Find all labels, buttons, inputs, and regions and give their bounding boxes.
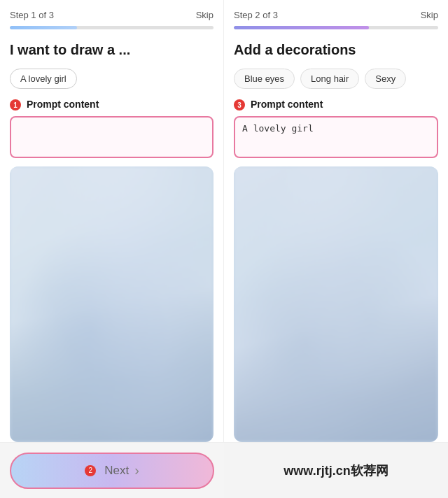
right-prompt-number: 3 bbox=[234, 99, 245, 111]
chip-long-hair[interactable]: Long hair bbox=[300, 69, 359, 89]
right-skip-button[interactable]: Skip bbox=[421, 10, 438, 20]
left-progress-fill bbox=[10, 26, 77, 29]
watermark-container: www.rjtj.cn软荐网 bbox=[224, 443, 448, 498]
left-prompt-number: 1 bbox=[10, 99, 21, 111]
left-next-label: Next bbox=[104, 464, 129, 478]
left-progress-track bbox=[10, 26, 214, 29]
left-image-bg bbox=[10, 166, 214, 442]
chip-lovely-girl[interactable]: A lovely girl bbox=[10, 69, 77, 89]
left-prompt-input[interactable] bbox=[10, 116, 214, 158]
left-panel-header: Step 1 of 3 Skip bbox=[10, 10, 214, 20]
left-panel-title: I want to draw a ... bbox=[10, 41, 214, 59]
chip-sexy[interactable]: Sexy bbox=[365, 69, 406, 89]
right-image-bg bbox=[234, 166, 438, 442]
left-prompt-label: 1 Prompt content bbox=[10, 99, 214, 111]
left-next-container: 2 Next › bbox=[0, 443, 224, 498]
left-skip-button[interactable]: Skip bbox=[196, 10, 214, 20]
left-panel: Step 1 of 3 Skip I want to draw a ... A … bbox=[0, 0, 224, 442]
right-panel: Step 2 of 3 Skip Add a decorations Blue … bbox=[224, 0, 448, 442]
right-progress-fill bbox=[234, 26, 369, 29]
left-next-arrow-icon: › bbox=[134, 462, 139, 478]
left-chip-row: A lovely girl bbox=[10, 69, 214, 89]
left-step-label: Step 1 of 3 bbox=[10, 10, 54, 20]
left-next-number: 2 bbox=[85, 465, 96, 476]
right-progress-track bbox=[234, 26, 438, 29]
left-image-preview bbox=[10, 166, 214, 442]
right-chip-row: Blue eyes Long hair Sexy bbox=[234, 69, 438, 89]
bottom-bar: 2 Next › www.rjtj.cn软荐网 bbox=[0, 442, 448, 498]
right-step-label: Step 2 of 3 bbox=[234, 10, 278, 20]
chip-blue-eyes[interactable]: Blue eyes bbox=[234, 69, 295, 89]
watermark-text: www.rjtj.cn软荐网 bbox=[284, 462, 388, 479]
right-panel-title: Add a decorations bbox=[234, 41, 438, 59]
left-next-button[interactable]: 2 Next › bbox=[10, 453, 214, 489]
right-prompt-input[interactable]: A lovely girl bbox=[234, 116, 438, 158]
right-panel-header: Step 2 of 3 Skip bbox=[234, 10, 438, 20]
right-prompt-label: 3 Prompt content bbox=[234, 99, 438, 111]
right-image-preview bbox=[234, 166, 438, 442]
